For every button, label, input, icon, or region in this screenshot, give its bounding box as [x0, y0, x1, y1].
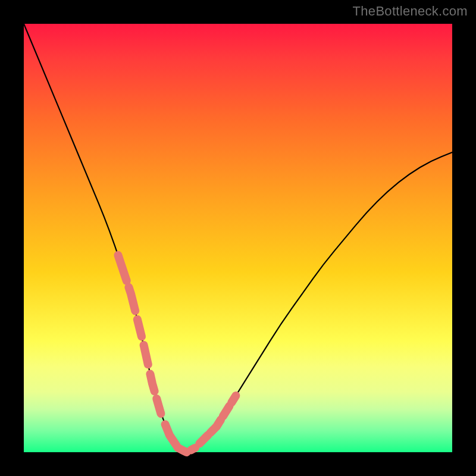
blob-segment [231, 396, 236, 403]
blob-segment [223, 406, 230, 416]
blob-segment [191, 448, 195, 450]
bottleneck-curve [24, 24, 452, 451]
blob-segment [129, 287, 135, 311]
blob-segment [118, 255, 126, 281]
watermark-text: TheBottleneck.com [353, 4, 468, 19]
blob-segment [165, 424, 187, 452]
curve-svg [24, 24, 452, 452]
plot-area [24, 24, 452, 452]
blob-group [118, 255, 236, 452]
blob-segment [199, 435, 208, 443]
blob-segment [137, 320, 142, 337]
blob-segment [156, 399, 161, 414]
blob-segment [150, 374, 154, 392]
chart-frame: TheBottleneck.com [0, 0, 476, 476]
blob-segment [144, 345, 148, 364]
blob-segment [210, 419, 221, 433]
